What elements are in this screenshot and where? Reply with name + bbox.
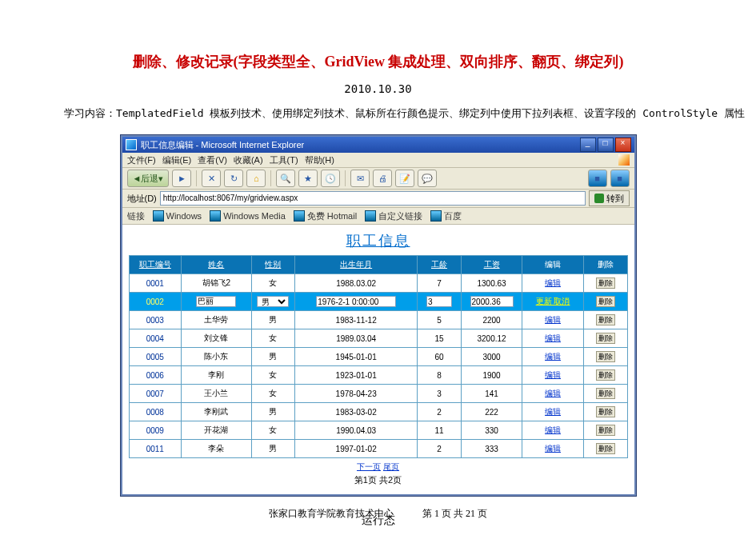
link-item[interactable]: 百度 (430, 210, 462, 222)
browser-window: 职工信息编辑 - Microsoft Internet Explorer _ □… (121, 135, 636, 496)
name-input[interactable] (196, 296, 236, 307)
menu-fav[interactable]: 收藏(A) (234, 154, 263, 166)
delete-button[interactable]: 删除 (596, 369, 615, 381)
edit-link[interactable]: 编辑 (545, 425, 561, 434)
cell-name: 李朵 (182, 440, 251, 458)
maximize-button[interactable]: □ (598, 138, 614, 152)
toolbar-separator (270, 170, 271, 186)
salary-input[interactable] (470, 296, 514, 307)
update-cancel-link[interactable]: 更新 取消 (536, 297, 570, 305)
col-name[interactable]: 姓名 (208, 260, 224, 269)
go-button[interactable]: 转到 (589, 190, 630, 206)
delete-button[interactable]: 删除 (596, 406, 615, 417)
cell-dob: 1923-01-01 (295, 366, 418, 385)
cell-salary (461, 293, 522, 311)
menu-file[interactable]: 文件(F) (127, 154, 156, 166)
link-item[interactable]: 免费 Hotmail (294, 210, 357, 222)
edit-link[interactable]: 编辑 (545, 407, 561, 416)
col-dob[interactable]: 出生年月 (340, 260, 372, 269)
address-bar: 地址(D) http://localhost:8067/my/gridview.… (122, 190, 634, 208)
mail-button[interactable]: ✉ (350, 170, 370, 187)
refresh-button[interactable]: ↻ (224, 170, 243, 187)
history-button[interactable]: 🕓 (321, 170, 340, 187)
cell-delete: 删除 (583, 293, 627, 311)
cell-id: 0006 (129, 366, 182, 385)
delete-button[interactable]: 删除 (596, 314, 615, 325)
delete-button[interactable]: 删除 (596, 333, 615, 344)
link-item[interactable]: Windows (153, 210, 202, 222)
col-sex[interactable]: 性别 (265, 260, 281, 269)
cell-dob: 1988.03.02 (295, 274, 418, 293)
footer-page: 第 1 页 共 21 页 (422, 508, 487, 519)
cell-salary: 3000 (461, 348, 522, 366)
address-label: 地址(D) (127, 193, 157, 205)
edit-link[interactable]: 编辑 (545, 278, 561, 287)
cell-sex: 女 (251, 329, 295, 348)
footer: 张家口教育学院教育技术中心 第 1 页 共 21 页 (0, 507, 756, 521)
content-area: 职工信息 职工编号 姓名 性别 出生年月 工龄 工资 编辑 (122, 225, 634, 494)
cell-salary: 3200.12 (461, 329, 522, 348)
pager-next[interactable]: 下一页 (357, 462, 381, 471)
menu-edit[interactable]: 编辑(E) (162, 154, 192, 166)
dob-input[interactable] (316, 296, 396, 307)
cell-name: 刘文锋 (182, 329, 251, 348)
link-item[interactable]: 自定义链接 (365, 210, 422, 222)
link-icon (210, 210, 221, 222)
messenger-button[interactable]: 💬 (418, 170, 437, 187)
minimize-button[interactable]: _ (580, 138, 596, 152)
menu-tools[interactable]: 工具(T) (270, 154, 298, 166)
links-bar: 链接 Windows Windows Media 免费 Hotmail 自定义链… (122, 208, 634, 225)
menu-help[interactable]: 帮助(H) (305, 154, 334, 166)
menu-view[interactable]: 查看(V) (198, 154, 227, 166)
forward-button[interactable]: ► (172, 170, 191, 187)
search-button[interactable]: 🔍 (276, 170, 295, 187)
cell-sex: 女 (251, 274, 295, 293)
cell-age: 15 (418, 329, 462, 348)
cell-dob: 1983-03-02 (295, 403, 418, 421)
cell-dob: 1989.03.04 (295, 329, 418, 348)
stop-button[interactable]: ✕ (202, 170, 221, 187)
col-del: 删除 (598, 260, 614, 269)
favorites-button[interactable]: ★ (298, 170, 318, 187)
age-input[interactable] (426, 296, 452, 307)
edit-link[interactable]: 编辑 (545, 370, 561, 379)
col-id[interactable]: 职工编号 (139, 260, 171, 269)
cell-age: 5 (418, 311, 462, 329)
col-age[interactable]: 工龄 (431, 260, 447, 269)
delete-button[interactable]: 删除 (596, 277, 615, 289)
edit-link[interactable]: 编辑 (545, 315, 561, 324)
link-label: Windows (166, 211, 202, 221)
cell-salary: 333 (461, 440, 522, 458)
delete-button[interactable]: 删除 (596, 443, 615, 454)
home-button[interactable]: ⌂ (246, 170, 266, 187)
cell-sex: 女 (251, 385, 295, 403)
edit-link[interactable]: 编辑 (545, 444, 561, 453)
edit-button[interactable]: 📝 (395, 170, 414, 187)
cell-edit: 编辑 (522, 440, 584, 458)
table-row: 0001胡锦飞2女1988.03.0271300.63编辑删除 (129, 274, 627, 293)
print-button[interactable]: 🖨 (373, 170, 392, 187)
cell-name: 胡锦飞2 (182, 274, 251, 293)
edit-link[interactable]: 编辑 (545, 333, 561, 342)
col-salary[interactable]: 工资 (484, 260, 500, 269)
link-item[interactable]: Windows Media (210, 210, 286, 222)
assistant-icon[interactable]: ■ (610, 170, 630, 187)
back-button[interactable]: ◄ 后退 ▾ (127, 170, 170, 187)
cell-edit: 编辑 (522, 421, 584, 440)
assistant-icon[interactable]: ■ (588, 170, 607, 187)
cell-edit: 编辑 (522, 348, 584, 366)
edit-link[interactable]: 编辑 (545, 352, 561, 361)
link-label: Windows Media (223, 211, 286, 221)
cell-name: 李刚 (182, 366, 251, 385)
address-input[interactable]: http://localhost:8067/my/gridview.aspx (160, 191, 586, 206)
delete-button[interactable]: 删除 (596, 296, 615, 307)
close-button[interactable]: × (615, 138, 631, 152)
delete-button[interactable]: 删除 (596, 425, 615, 436)
sex-select[interactable]: 男 (257, 296, 289, 307)
edit-link[interactable]: 编辑 (545, 389, 561, 397)
delete-button[interactable]: 删除 (596, 351, 615, 362)
cell-sex: 女 (251, 366, 295, 385)
table-row: 0011李朵男1997-01-022333编辑删除 (129, 440, 627, 458)
delete-button[interactable]: 删除 (596, 388, 615, 399)
pager-last[interactable]: 尾页 (383, 462, 399, 471)
